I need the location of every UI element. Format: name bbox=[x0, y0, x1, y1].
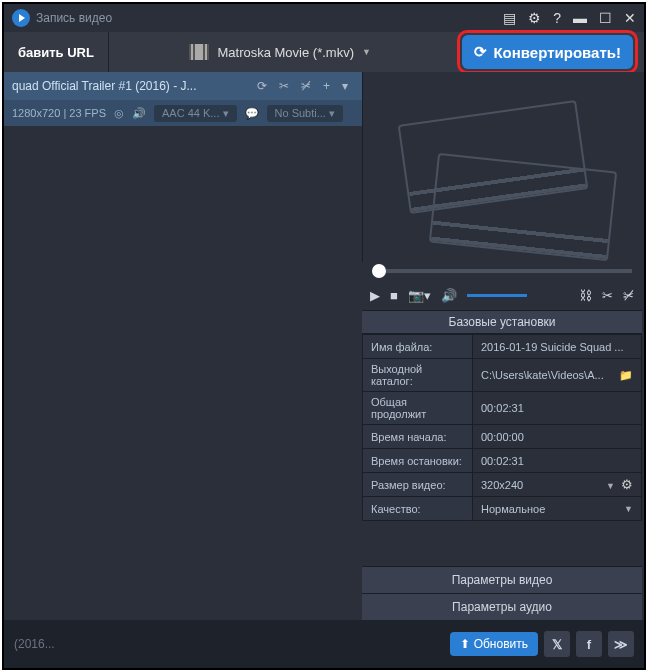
file-item-details: 1280x720 | 23 FPS ◎ 🔊 AAC 44 K... ▾ 💬 No… bbox=[4, 100, 362, 126]
app-title: Запись видео bbox=[36, 11, 112, 25]
resolution-label: 1280x720 | 23 FPS bbox=[12, 107, 106, 119]
settings-table: Имя файла:2016-01-19 Suicide Squad ... В… bbox=[362, 334, 642, 521]
close-icon[interactable]: ✕ bbox=[624, 10, 636, 26]
link-icon[interactable]: ⛓ bbox=[579, 288, 592, 303]
settings-header: Базовые установки bbox=[362, 310, 642, 334]
add-icon[interactable]: + bbox=[317, 79, 336, 93]
chevron-down-icon: ▼ bbox=[624, 504, 633, 514]
subtitle-icon[interactable]: 💬 bbox=[245, 107, 259, 120]
gear-icon[interactable]: ⚙ bbox=[528, 10, 541, 26]
value-start[interactable]: 00:00:00 bbox=[473, 425, 642, 449]
chevron-down-icon: ▼ bbox=[606, 481, 615, 491]
subtitle-pill[interactable]: No Subti... ▾ bbox=[267, 105, 343, 122]
table-row: Качество:Нормальное▼ bbox=[363, 497, 642, 521]
list-icon[interactable]: ▤ bbox=[503, 10, 516, 26]
convert-button[interactable]: ⟳ Конвертировать! bbox=[462, 35, 633, 69]
help-icon[interactable]: ? bbox=[553, 10, 561, 26]
file-title: quad Official Trailer #1 (2016) - J... bbox=[12, 79, 251, 93]
folder-icon[interactable]: 📁 bbox=[619, 369, 633, 382]
table-row: Время остановки:00:02:31 bbox=[363, 449, 642, 473]
value-stop[interactable]: 00:02:31 bbox=[473, 449, 642, 473]
table-row: Размер видео:320x240▼ ⚙ bbox=[363, 473, 642, 497]
seek-slider[interactable] bbox=[362, 262, 642, 280]
value-filename[interactable]: 2016-01-19 Suicide Squad ... bbox=[473, 335, 642, 359]
audio-params-button[interactable]: Параметры аудио bbox=[362, 593, 642, 620]
refresh-icon: ⟳ bbox=[474, 43, 487, 61]
label-filename: Имя файла: bbox=[363, 335, 473, 359]
gear-icon[interactable]: ⚙ bbox=[621, 477, 633, 492]
label-output: Выходной каталог: bbox=[363, 359, 473, 392]
film-icon bbox=[189, 44, 209, 60]
add-url-label: бавить URL bbox=[18, 45, 94, 60]
speaker-icon[interactable]: 🔊 bbox=[132, 107, 146, 120]
convert-highlight: ⟳ Конвертировать! bbox=[457, 30, 638, 74]
table-row: Общая продолжит00:02:31 bbox=[363, 392, 642, 425]
add-url-button[interactable]: бавить URL bbox=[4, 32, 109, 72]
value-output: C:\Users\kate\Videos\A... bbox=[481, 369, 604, 381]
maximize-icon[interactable]: ☐ bbox=[599, 10, 612, 26]
file-item-header[interactable]: quad Official Trailer #1 (2016) - J... ⟳… bbox=[4, 72, 362, 100]
value-size: 320x240 bbox=[481, 479, 523, 491]
table-row: Время начала:00:00:00 bbox=[363, 425, 642, 449]
refresh-button[interactable]: ⬆ Обновить bbox=[450, 632, 538, 656]
refresh-label: Обновить bbox=[474, 637, 528, 651]
collapse-icon[interactable]: ▾ bbox=[336, 79, 354, 93]
play-icon[interactable]: ▶ bbox=[370, 288, 380, 303]
value-quality: Нормальное bbox=[481, 503, 545, 515]
video-params-button[interactable]: Параметры видео bbox=[362, 566, 642, 593]
facebook-icon[interactable]: f bbox=[576, 631, 602, 657]
chevron-down-icon: ▼ bbox=[362, 47, 371, 57]
app-logo bbox=[12, 9, 30, 27]
label-size: Размер видео: bbox=[363, 473, 473, 497]
stop-icon[interactable]: ■ bbox=[390, 288, 398, 303]
audio-pill[interactable]: AAC 44 K... ▾ bbox=[154, 105, 237, 122]
cut-icon[interactable]: ✂ bbox=[273, 79, 295, 93]
preview-area bbox=[362, 72, 642, 262]
fx-icon[interactable]: ✂̸ bbox=[295, 79, 317, 93]
target-icon[interactable]: ◎ bbox=[114, 107, 124, 120]
reload-icon[interactable]: ⟳ bbox=[251, 79, 273, 93]
value-duration: 00:02:31 bbox=[473, 392, 642, 425]
table-row: Имя файла:2016-01-19 Suicide Squad ... bbox=[363, 335, 642, 359]
table-row: Выходной каталог:C:\Users\kate\Videos\A.… bbox=[363, 359, 642, 392]
film-strip-icon bbox=[429, 153, 617, 261]
volume-icon[interactable]: 🔊 bbox=[441, 288, 457, 303]
shuffle-icon[interactable]: ✂̸ bbox=[623, 288, 634, 303]
scissors-icon[interactable]: ✂ bbox=[602, 288, 613, 303]
convert-label: Конвертировать! bbox=[493, 44, 621, 61]
volume-slider[interactable] bbox=[467, 294, 527, 297]
format-label: Matroska Movie (*.mkv) bbox=[217, 45, 354, 60]
status-text: (2016... bbox=[14, 637, 55, 651]
label-quality: Качество: bbox=[363, 497, 473, 521]
minimize-icon[interactable]: ▬ bbox=[573, 10, 587, 26]
slider-thumb[interactable] bbox=[372, 264, 386, 278]
twitter-icon[interactable]: 𝕏 bbox=[544, 631, 570, 657]
label-duration: Общая продолжит bbox=[363, 392, 473, 425]
label-start: Время начала: bbox=[363, 425, 473, 449]
camera-icon[interactable]: 📷▾ bbox=[408, 288, 431, 303]
label-stop: Время остановки: bbox=[363, 449, 473, 473]
format-selector[interactable]: Matroska Movie (*.mkv) ▼ bbox=[109, 44, 452, 60]
more-icon[interactable]: ≫ bbox=[608, 631, 634, 657]
upload-icon: ⬆ bbox=[460, 637, 470, 651]
